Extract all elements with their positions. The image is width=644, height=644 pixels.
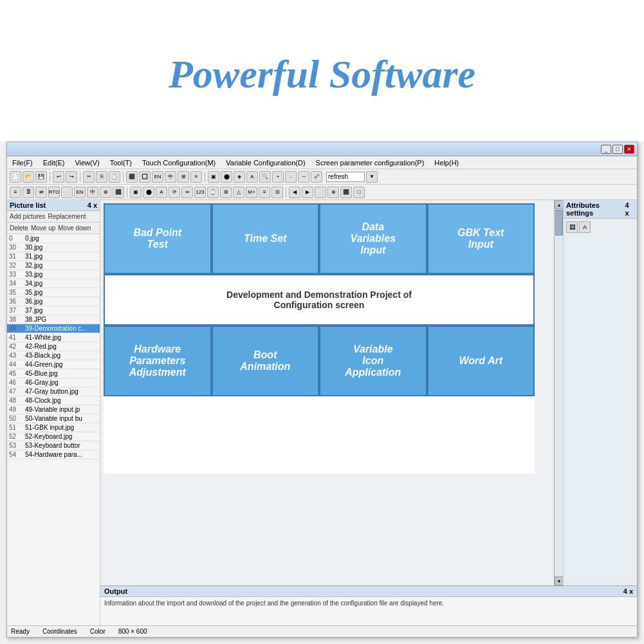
tb-redo[interactable]: ↪ bbox=[66, 171, 77, 183]
tb-undo[interactable]: ↩ bbox=[53, 171, 64, 183]
tb-b11[interactable]: 🔍 bbox=[259, 171, 271, 183]
list-item[interactable]: 4141-White.jpg bbox=[7, 333, 100, 342]
tb-b1[interactable]: ⬛ bbox=[126, 171, 138, 183]
tb-b4[interactable]: 中 bbox=[165, 171, 176, 183]
cell-variable-icon[interactable]: VariableIconApplication bbox=[319, 326, 427, 396]
tb2-b17[interactable]: ⊞ bbox=[220, 187, 232, 198]
tb2-b7[interactable]: 中 bbox=[87, 187, 98, 198]
list-item[interactable]: 4343-Black.jpg bbox=[7, 351, 100, 360]
list-item[interactable]: 3333.jpg bbox=[7, 270, 100, 279]
refresh-input[interactable] bbox=[326, 172, 365, 182]
list-item[interactable]: 3030.jpg bbox=[7, 243, 100, 252]
tb2-b27[interactable]: □ bbox=[353, 187, 365, 198]
attr-icon-1[interactable]: 🖼 bbox=[566, 221, 578, 233]
list-item[interactable]: 5050-Variable input bu bbox=[7, 414, 100, 423]
attributes-dock[interactable]: 4 x bbox=[625, 201, 634, 217]
list-item[interactable]: 4545-Blue.jpg bbox=[7, 369, 100, 378]
list-item[interactable]: 4242-Red.jpg bbox=[7, 342, 100, 351]
minimize-button[interactable]: _ bbox=[601, 145, 611, 154]
tb2-b21[interactable]: ⊟ bbox=[271, 187, 283, 198]
menu-edit[interactable]: Edit(E) bbox=[41, 158, 68, 167]
tb2-b26[interactable]: ⬛ bbox=[340, 187, 352, 198]
tb-open[interactable]: 📂 bbox=[23, 171, 34, 183]
list-item[interactable]: 5252-Keyboard.jpg bbox=[7, 432, 100, 441]
scroll-down-button[interactable]: ▼ bbox=[555, 576, 564, 585]
menu-variable[interactable]: Variable Configuration(D) bbox=[223, 158, 308, 167]
tb-cut[interactable]: ✂ bbox=[83, 171, 95, 183]
list-item[interactable]: 4444-Green.jpg bbox=[7, 360, 100, 369]
menu-tool[interactable]: Tool(T) bbox=[107, 158, 134, 167]
move-up-button[interactable]: Move up bbox=[31, 225, 55, 232]
maximize-button[interactable]: □ bbox=[612, 145, 623, 154]
refresh-dropdown[interactable]: ▼ bbox=[366, 171, 378, 183]
cell-data-variables[interactable]: DataVariablesInput bbox=[319, 203, 427, 274]
tb2-b23[interactable]: ▶ bbox=[302, 187, 313, 198]
list-item[interactable]: 3232.jpg bbox=[7, 261, 100, 270]
tb-b6[interactable]: ≡ bbox=[190, 171, 202, 183]
replacement-button[interactable]: Replacement bbox=[48, 213, 86, 220]
menu-view[interactable]: View(V) bbox=[72, 158, 102, 167]
menu-screen[interactable]: Screen parameter configuration(P) bbox=[313, 158, 427, 167]
list-item[interactable]: 3636.jpg bbox=[7, 297, 100, 306]
tb2-b18[interactable]: △ bbox=[233, 187, 244, 198]
tb2-b10[interactable]: ▣ bbox=[130, 187, 142, 198]
cell-hardware[interactable]: HardwareParametersAdjustment bbox=[104, 326, 212, 396]
output-dock[interactable]: 4 x bbox=[623, 587, 633, 595]
tb-b14[interactable]: ↔ bbox=[298, 171, 309, 183]
attr-icon-2[interactable]: A bbox=[579, 221, 591, 233]
cell-bad-point[interactable]: Bad PointTest bbox=[104, 203, 212, 274]
tb2-b19[interactable]: M+ bbox=[246, 187, 257, 198]
list-item[interactable]: 3939-Demonstration c... bbox=[7, 324, 100, 333]
tb-b5[interactable]: ⊞ bbox=[178, 171, 189, 183]
scroll-up-button[interactable]: ▲ bbox=[555, 200, 564, 209]
tb-b7[interactable]: ▣ bbox=[208, 171, 219, 183]
tb-b2[interactable]: 🔲 bbox=[139, 171, 151, 183]
move-down-button[interactable]: Move down bbox=[58, 225, 91, 232]
canvas-scroll-area[interactable]: Bad PointTest Time Set DataVariablesInpu… bbox=[100, 200, 554, 585]
cell-word-art[interactable]: Word Art bbox=[427, 326, 535, 396]
tb2-b2[interactable]: ≣ bbox=[23, 187, 34, 198]
tb2-b9[interactable]: ⬛ bbox=[113, 187, 124, 198]
tb-save[interactable]: 💾 bbox=[35, 171, 47, 183]
list-item[interactable]: 4848-Clock.jpg bbox=[7, 396, 100, 405]
tb2-b11[interactable]: ⬤ bbox=[143, 187, 154, 198]
tb-new[interactable]: 📄 bbox=[10, 171, 21, 183]
tb2-b25[interactable]: ⊕ bbox=[327, 187, 339, 198]
list-item[interactable]: 5454-Hardware para... bbox=[7, 450, 100, 459]
tb2-b16[interactable]: ⌚ bbox=[207, 187, 219, 198]
close-button[interactable]: ✕ bbox=[624, 145, 634, 154]
list-item[interactable]: 4949-Variable input.jp bbox=[7, 405, 100, 414]
tb-paste[interactable]: 📋 bbox=[109, 171, 120, 183]
tb2-b15[interactable]: 123 bbox=[194, 187, 206, 198]
tb2-b8[interactable]: ⊕ bbox=[100, 187, 111, 198]
tb-copy[interactable]: ⎘ bbox=[96, 171, 107, 183]
scroll-thumb[interactable] bbox=[555, 210, 563, 235]
list-item[interactable]: 4747-Gray button.jpg bbox=[7, 387, 100, 396]
tb-b15[interactable]: 🖊 bbox=[311, 171, 322, 183]
tb2-b4[interactable]: RTO bbox=[48, 187, 60, 198]
tb-b12[interactable]: + bbox=[272, 171, 284, 183]
menu-file[interactable]: File(F) bbox=[10, 158, 35, 167]
list-item[interactable]: 3131.jpg bbox=[7, 252, 100, 261]
tb2-b6[interactable]: EN bbox=[74, 187, 86, 198]
list-item[interactable]: 5353-Keyboard buttor bbox=[7, 441, 100, 450]
list-item[interactable]: 00.jpg bbox=[7, 234, 100, 243]
tb-b8[interactable]: ⬤ bbox=[221, 171, 232, 183]
tb2-b3[interactable]: ⇌ bbox=[35, 187, 47, 198]
tb-b9[interactable]: ◈ bbox=[234, 171, 245, 183]
tb2-b1[interactable]: ≡ bbox=[10, 187, 21, 198]
delete-button[interactable]: Delete bbox=[10, 225, 28, 232]
cell-gbk-text[interactable]: GBK TextInput bbox=[427, 203, 535, 274]
list-item[interactable]: 3838.JPG bbox=[7, 315, 100, 324]
tb-b13[interactable]: - bbox=[285, 171, 297, 183]
tb-b3[interactable]: EN bbox=[152, 171, 163, 183]
tb2-b13[interactable]: ⟳ bbox=[169, 187, 180, 198]
tb-b10[interactable]: A bbox=[246, 171, 258, 183]
tb2-b14[interactable]: ⇔ bbox=[181, 187, 193, 198]
tb2-b5[interactable]: ⬜ bbox=[61, 187, 73, 198]
list-item[interactable]: 4646-Gray.jpg bbox=[7, 378, 100, 387]
tb2-b12[interactable]: A bbox=[156, 187, 167, 198]
tb2-b22[interactable]: ◀ bbox=[289, 187, 300, 198]
menu-touch[interactable]: Touch Configuration(M) bbox=[140, 158, 218, 167]
add-pictures-button[interactable]: Add pictures bbox=[10, 213, 46, 220]
